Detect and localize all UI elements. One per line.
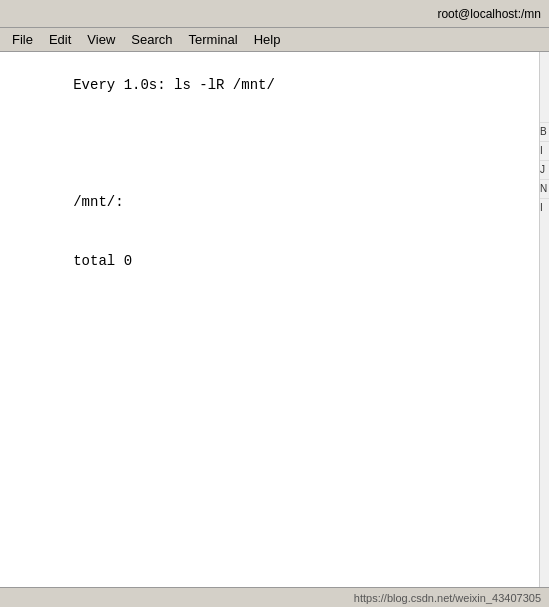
sidebar-item-4: I (540, 198, 549, 217)
terminal-line3: /mnt/: (73, 194, 123, 210)
sidebar-item-2: J (540, 160, 549, 179)
right-sidebar: B I J N I (539, 52, 549, 607)
bottom-url: https://blog.csdn.net/weixin_43407305 (354, 592, 541, 604)
sidebar-item-3: N (540, 179, 549, 198)
sidebar-item-1: I (540, 141, 549, 160)
menu-bar: File Edit View Search Terminal Help (0, 28, 549, 52)
bottom-bar: https://blog.csdn.net/weixin_43407305 (0, 587, 549, 607)
title-bar: root@localhost:/mn (0, 0, 549, 28)
menu-help[interactable]: Help (246, 30, 289, 49)
terminal-output[interactable]: Every 1.0s: ls -lR /mnt/ /mnt/: total 0 (0, 52, 539, 607)
menu-file[interactable]: File (4, 30, 41, 49)
content-wrapper: Every 1.0s: ls -lR /mnt/ /mnt/: total 0 … (0, 52, 549, 607)
terminal-content: Every 1.0s: ls -lR /mnt/ /mnt/: total 0 (0, 52, 539, 295)
menu-edit[interactable]: Edit (41, 30, 79, 49)
menu-search[interactable]: Search (123, 30, 180, 49)
title-text: root@localhost:/mn (437, 7, 541, 21)
terminal-line1: Every 1.0s: ls -lR /mnt/ (73, 77, 275, 93)
app-window: root@localhost:/mn File Edit View Search… (0, 0, 549, 607)
sidebar-item-0: B (540, 122, 549, 141)
terminal-line4: total 0 (73, 253, 132, 269)
menu-view[interactable]: View (79, 30, 123, 49)
menu-terminal[interactable]: Terminal (181, 30, 246, 49)
